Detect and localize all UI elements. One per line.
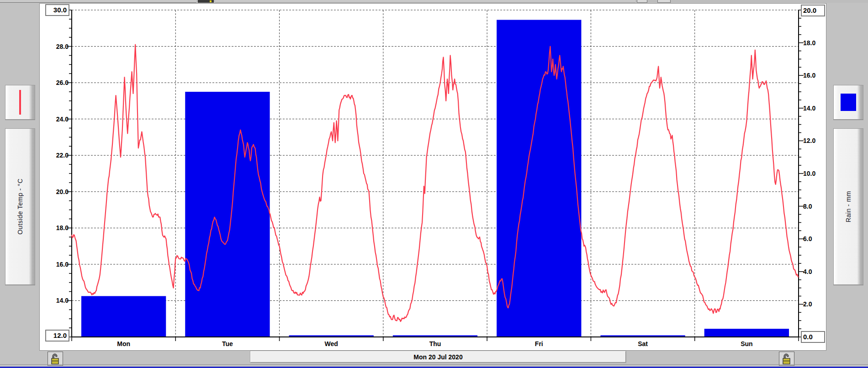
temp-tick-label: 14.0: [56, 297, 69, 304]
x-axis-day-label: Mon: [117, 340, 130, 347]
temp-line-swatch-icon: [19, 90, 21, 115]
open-padlock-icon: [781, 353, 792, 365]
rain-tick-label: 2.0: [803, 300, 812, 308]
outside-temp-line: [72, 45, 798, 322]
temp-tick-label: 26.0: [56, 79, 69, 86]
rain-tick-label: 14.0: [803, 105, 815, 112]
chart-canvas: 28.026.024.022.020.018.016.014.018.016.0…: [0, 0, 868, 368]
left-axis-lock-button[interactable]: [48, 352, 63, 366]
rain-axis-min-box[interactable]: 0.0: [801, 331, 825, 343]
x-axis-day-label: Sun: [741, 340, 752, 347]
date-range-button[interactable]: Mon 20 Jul 2020: [250, 351, 626, 363]
rain-bar: [185, 92, 270, 337]
temp-axis-max-box[interactable]: 30.0: [45, 4, 69, 16]
rain-axis-label-button[interactable]: Rain - mm: [833, 128, 863, 285]
temp-tick-label: 24.0: [56, 116, 69, 123]
temp-tick-label: 16.0: [56, 261, 69, 268]
temp-tick-label: 20.0: [56, 188, 69, 195]
temp-tick-label: 28.0: [56, 43, 69, 50]
rain-legend-button[interactable]: [833, 85, 863, 120]
open-padlock-icon: [50, 353, 61, 365]
x-axis-day-label: Fri: [535, 340, 543, 347]
rain-tick-label: 10.0: [803, 170, 815, 177]
rain-tick-label: 18.0: [803, 39, 815, 47]
rain-tick-label: 6.0: [803, 235, 812, 242]
rain-tick-label: 8.0: [803, 203, 812, 210]
temp-legend-button[interactable]: [5, 85, 35, 120]
rain-axis-max-box[interactable]: 20.0: [801, 5, 825, 16]
temp-tick-label: 18.0: [56, 224, 69, 231]
temp-axis-label-button[interactable]: Outside Temp - °C: [5, 128, 35, 285]
rain-bar: [704, 329, 789, 337]
window-divider: [0, 364, 868, 365]
right-axis-lock-button[interactable]: [779, 352, 794, 366]
rain-bar-swatch-icon: [841, 94, 856, 111]
x-axis-day-label: Wed: [325, 340, 338, 347]
rain-tick-label: 12.0: [803, 137, 815, 144]
rain-axis-label: Rain - mm: [845, 191, 852, 222]
temp-axis-label: Outside Temp - °C: [16, 179, 24, 235]
rain-bar: [81, 296, 166, 337]
rain-tick-label: 4.0: [803, 268, 812, 275]
temp-axis-min-box[interactable]: 12.0: [45, 330, 69, 342]
temp-tick-label: 22.0: [56, 152, 69, 159]
rain-bar: [497, 20, 581, 337]
weather-chart-window: { "window": { "background_color": "#c2c2…: [0, 0, 868, 368]
x-axis-day-label: Sat: [638, 340, 648, 347]
x-axis-day-label: Thu: [429, 340, 441, 347]
x-axis-day-label: Tue: [222, 340, 233, 347]
rain-tick-label: 16.0: [803, 72, 815, 79]
